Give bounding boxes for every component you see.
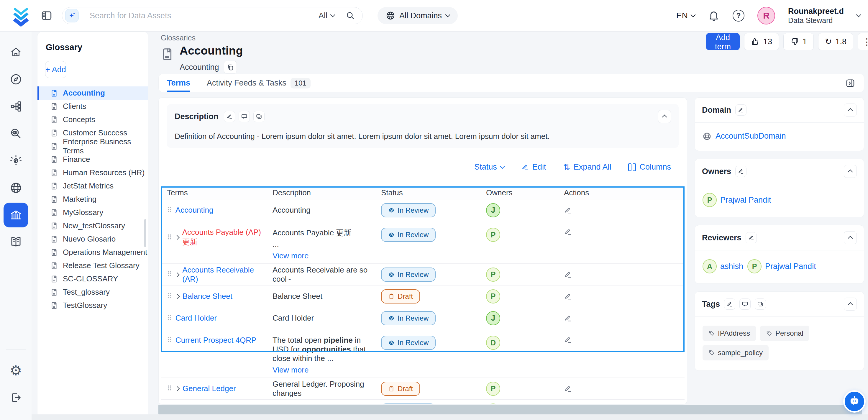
sidebar-item-insights[interactable] bbox=[4, 148, 28, 173]
glossary-item[interactable]: Concepts bbox=[37, 113, 148, 126]
glossary-item[interactable]: New_testGlossary bbox=[37, 219, 148, 233]
sidebar-toggle-icon[interactable] bbox=[40, 9, 53, 22]
comment-icon[interactable] bbox=[239, 111, 250, 122]
drag-handle-icon[interactable]: ⠿ bbox=[167, 292, 172, 300]
collapse-owners-icon[interactable] bbox=[844, 165, 857, 178]
glossary-item[interactable]: Marketing bbox=[37, 192, 148, 206]
sidebar-item-settings[interactable]: ⚙ bbox=[4, 358, 28, 383]
edit-term-icon[interactable] bbox=[564, 292, 572, 301]
drag-handle-icon[interactable]: ⠿ bbox=[167, 270, 172, 278]
search-scope-dropdown[interactable]: All bbox=[318, 11, 335, 20]
edit-term-icon[interactable] bbox=[564, 314, 572, 322]
suggest-icon[interactable] bbox=[253, 111, 265, 122]
app-logo-icon[interactable] bbox=[11, 5, 31, 27]
drag-handle-icon[interactable]: ⠿ bbox=[167, 234, 172, 242]
glossary-item[interactable]: MyGlossary bbox=[37, 206, 148, 219]
term-link[interactable]: Accounts Payable (AP) 更新 bbox=[182, 228, 267, 247]
columns-button[interactable]: Columns bbox=[628, 162, 671, 172]
edit-tags-icon[interactable] bbox=[724, 299, 735, 310]
collapse-description-icon[interactable] bbox=[658, 110, 671, 123]
edit-description-icon[interactable] bbox=[224, 111, 235, 122]
sidebar-item-home[interactable] bbox=[4, 40, 28, 65]
status-filter-dropdown[interactable]: Status bbox=[474, 162, 504, 172]
edit-term-icon[interactable] bbox=[564, 385, 572, 393]
search-input[interactable]: Search for Data Assets bbox=[90, 11, 318, 20]
sidebar-item-domains[interactable] bbox=[4, 176, 28, 200]
sidebar-item-lineage[interactable] bbox=[4, 94, 28, 119]
sidebar-item-explore[interactable] bbox=[4, 67, 28, 92]
expand-row-icon[interactable] bbox=[175, 235, 179, 240]
more-options-button[interactable]: ⋮ bbox=[858, 33, 868, 50]
user-avatar[interactable]: R bbox=[757, 7, 775, 25]
person-link[interactable]: ashish bbox=[720, 262, 743, 271]
sidebar-item-logout[interactable] bbox=[4, 385, 28, 410]
owner-avatar[interactable]: P bbox=[486, 268, 500, 282]
chatbot-button[interactable] bbox=[845, 392, 864, 411]
edit-term-icon[interactable] bbox=[564, 270, 572, 279]
edit-term-icon[interactable] bbox=[564, 228, 572, 236]
collapse-tags-icon[interactable] bbox=[844, 298, 857, 310]
owner-avatar[interactable]: P bbox=[486, 289, 500, 303]
glossary-list-scrollbar[interactable] bbox=[144, 219, 146, 247]
tab-activity-feeds[interactable]: Activity Feeds & Tasks 101 bbox=[207, 74, 311, 92]
edit-owners-icon[interactable] bbox=[735, 166, 746, 177]
add-term-button[interactable]: Add term bbox=[706, 33, 740, 50]
sidebar-item-observability[interactable] bbox=[4, 121, 28, 146]
glossary-item[interactable]: Release Test Glossary bbox=[37, 259, 148, 272]
version-button[interactable]: ↻ 1.8 bbox=[818, 33, 853, 50]
downvote-button[interactable]: 1 bbox=[783, 33, 814, 50]
comment-tags-icon[interactable] bbox=[739, 299, 751, 310]
edit-reviewers-icon[interactable] bbox=[746, 232, 757, 243]
owner-avatar[interactable]: J bbox=[486, 311, 500, 325]
domain-link[interactable]: AccountSubDomain bbox=[715, 131, 786, 141]
language-dropdown[interactable]: EN bbox=[676, 11, 695, 20]
edit-table-button[interactable]: Edit bbox=[521, 162, 546, 172]
glossary-item[interactable]: TestGlossary bbox=[37, 299, 148, 312]
term-link[interactable]: Current Prospect 4QRP bbox=[176, 336, 257, 345]
chevron-down-icon[interactable] bbox=[856, 12, 861, 17]
sparkle-ai-icon[interactable] bbox=[65, 9, 79, 22]
user-menu[interactable]: Rounakpreet.d Data Steward bbox=[788, 6, 844, 25]
edit-term-icon[interactable] bbox=[564, 336, 572, 344]
owner-avatar[interactable]: D bbox=[486, 336, 500, 350]
expand-all-button[interactable]: ⇅ Expand All bbox=[563, 162, 611, 172]
edit-term-icon[interactable] bbox=[564, 206, 572, 214]
view-more-link[interactable]: View more bbox=[273, 251, 375, 261]
drag-handle-icon[interactable]: ⠿ bbox=[167, 314, 172, 322]
glossary-item[interactable]: Enterprise Business Terms bbox=[37, 140, 148, 153]
glossary-item[interactable]: Clients bbox=[37, 100, 148, 113]
owner-avatar[interactable]: J bbox=[486, 203, 500, 217]
collapse-side-panel-icon[interactable] bbox=[845, 78, 856, 88]
person-link[interactable]: Prajwal Pandit bbox=[765, 262, 816, 271]
glossary-item[interactable]: Human Resources (HR) bbox=[37, 166, 148, 179]
expand-row-icon[interactable] bbox=[175, 272, 180, 277]
glossary-item[interactable]: Accounting bbox=[37, 86, 148, 100]
edit-domain-icon[interactable] bbox=[735, 104, 746, 116]
glossary-item[interactable]: Operations Management bbox=[37, 246, 148, 259]
glossary-item[interactable]: JetStat Metrics bbox=[37, 179, 148, 192]
add-glossary-button[interactable]: + Add bbox=[45, 61, 66, 78]
drag-handle-icon[interactable]: ⠿ bbox=[167, 206, 172, 214]
tab-terms[interactable]: Terms bbox=[167, 74, 190, 92]
glossary-item[interactable]: Test_glossary bbox=[37, 286, 148, 299]
person-avatar[interactable]: P bbox=[747, 259, 762, 273]
sidebar-item-govern[interactable] bbox=[4, 203, 28, 228]
owner-avatar[interactable]: P bbox=[486, 228, 500, 242]
sidebar-item-glossary[interactable] bbox=[4, 230, 28, 254]
horizontal-scrollbar[interactable] bbox=[158, 404, 862, 414]
collapse-reviewers-icon[interactable] bbox=[844, 231, 857, 244]
help-icon[interactable]: ? bbox=[733, 10, 744, 22]
search-icon[interactable] bbox=[345, 11, 355, 21]
person-avatar[interactable]: P bbox=[703, 193, 717, 207]
global-search[interactable]: Search for Data Assets All bbox=[62, 7, 363, 24]
drag-handle-icon[interactable]: ⠿ bbox=[167, 336, 172, 344]
drag-handle-icon[interactable]: ⠿ bbox=[167, 385, 172, 393]
term-link[interactable]: General Ledger bbox=[183, 384, 236, 393]
expand-row-icon[interactable] bbox=[175, 386, 180, 391]
person-link[interactable]: Prajwal Pandit bbox=[720, 196, 771, 205]
bell-icon[interactable] bbox=[708, 10, 720, 22]
term-link[interactable]: Card Holder bbox=[176, 313, 217, 323]
term-link[interactable]: Accounts Receivable (AR) bbox=[182, 266, 267, 284]
owner-avatar[interactable]: P bbox=[486, 382, 500, 396]
breadcrumb[interactable]: Glossaries bbox=[161, 34, 195, 42]
